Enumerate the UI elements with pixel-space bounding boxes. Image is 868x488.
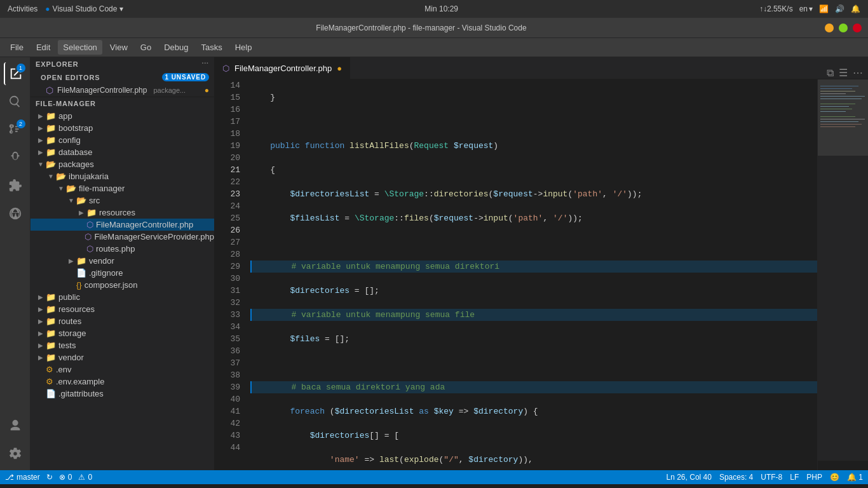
open-editors-header[interactable]: OPEN EDITORS 1 UNSAVED [31, 71, 214, 84]
tree-item-storage[interactable]: ▶ 📁 storage [31, 327, 214, 339]
split-editor-icon[interactable]: ⧉ [827, 67, 834, 79]
tree-item-vendor[interactable]: ▶ 📁 vendor [31, 351, 214, 363]
volume-icon[interactable]: 🔊 [835, 4, 844, 13]
icon-env-example: ⚙ [46, 377, 53, 386]
open-editors-label: OPEN EDITORS [41, 74, 100, 81]
tree-item-filemanagerserviceprovider[interactable]: ▶ ⬡ FileManagerServiceProvider.php [31, 231, 214, 243]
tree-item-routes-php[interactable]: ▶ ⬡ routes.php [31, 243, 214, 255]
tree-item-gitattributes[interactable]: ▶ 📄 .gitattributes [31, 388, 214, 400]
menu-edit[interactable]: Edit [31, 40, 55, 55]
tree-item-resources[interactable]: ▶ 📁 resources [31, 303, 214, 315]
tree-item-resources-inner[interactable]: ▶ 📁 resources [31, 207, 214, 219]
toggle-sidebar-icon[interactable]: ☰ [839, 67, 848, 79]
warning-icon: ⚠ [78, 473, 85, 482]
tab-modified-dot: ● [337, 64, 342, 73]
ln-38: 38 [215, 369, 240, 381]
activity-settings[interactable] [4, 442, 27, 465]
tree-item-bootstrap[interactable]: ▶ 📁 bootstrap [31, 122, 214, 134]
language-selector[interactable]: en ▾ [799, 4, 813, 13]
menu-view[interactable]: View [105, 40, 133, 55]
system-time: Min 10:29 [424, 4, 458, 13]
activity-debug[interactable] [4, 146, 27, 169]
errors-count[interactable]: ⊗ 0 [59, 473, 72, 482]
file-manager-header[interactable]: FILE-MANAGER [31, 97, 214, 110]
ln-17: 17 [215, 116, 240, 128]
code-line-21: # variable untuk menampung semua direkto… [250, 261, 817, 273]
explorer-header[interactable]: EXPLORER ⋯ [31, 57, 214, 71]
code-line-17: { [250, 164, 817, 176]
open-editor-path: package... [153, 86, 186, 94]
code-line-25 [250, 357, 817, 369]
menu-help[interactable]: Help [230, 40, 257, 55]
activity-source-control[interactable]: 2 [4, 118, 27, 141]
arrow-packages: ▼ [36, 161, 46, 168]
language-mode[interactable]: PHP [806, 473, 822, 482]
ln-44: 44 [215, 442, 240, 454]
tree-label-tests: tests [58, 341, 76, 350]
ln-25: 25 [215, 212, 240, 224]
line-ending[interactable]: LF [790, 473, 799, 482]
warnings-count[interactable]: ⚠ 0 [78, 473, 92, 482]
code-line-24: $files = []; [250, 333, 817, 345]
indentation[interactable]: Spaces: 4 [719, 473, 753, 482]
tab-filemanagercontroller[interactable]: ⬡ FileManagerController.php ● [215, 57, 350, 79]
tree-item-public[interactable]: ▶ 📁 public [31, 291, 214, 303]
ln-26: 26 [215, 224, 240, 236]
ln-35: 35 [215, 333, 240, 345]
menu-bar: File Edit Selection View Go Debug Tasks … [0, 38, 868, 57]
tree-item-routes[interactable]: ▶ 📁 routes [31, 315, 214, 327]
minimize-button[interactable] [825, 24, 834, 32]
tree-item-gitignore-inner[interactable]: ▶ 📄 .gitignore [31, 267, 214, 279]
menu-debug[interactable]: Debug [159, 40, 193, 55]
activity-remote[interactable] [4, 202, 27, 225]
menu-file[interactable]: File [5, 40, 29, 55]
tree-item-config[interactable]: ▶ 📁 config [31, 134, 214, 146]
tree-label-config: config [58, 135, 81, 145]
activity-account[interactable] [4, 414, 27, 437]
code-line-22: $directories = []; [250, 285, 817, 297]
tree-item-database[interactable]: ▶ 📁 database [31, 146, 214, 158]
tree-item-vendor-inner[interactable]: ▶ 📁 vendor [31, 255, 214, 267]
git-branch[interactable]: ⎇ master [5, 473, 40, 482]
activity-extensions[interactable] [4, 174, 27, 197]
vscode-app-label[interactable]: ● Visual Studio Code ▾ [45, 4, 123, 13]
tree-item-composer-json[interactable]: ▶ {} composer.json [31, 279, 214, 291]
system-bar-left: Activities ● Visual Studio Code ▾ [8, 4, 123, 13]
more-actions-icon[interactable]: ⋯ [853, 67, 863, 79]
menu-selection[interactable]: Selection [58, 40, 102, 55]
emoji-status[interactable]: 😊 [830, 473, 839, 482]
folder-icon-vendor: 📁 [46, 353, 56, 362]
tree-item-file-manager[interactable]: ▼ 📂 file-manager [31, 182, 214, 194]
tree-item-ibnujakaria[interactable]: ▼ 📂 ibnujakaria [31, 170, 214, 182]
git-sync[interactable]: ↻ [46, 473, 53, 482]
tree-item-env-example[interactable]: ▶ ⚙ .env.example [31, 376, 214, 388]
activity-explorer[interactable]: 1 [4, 62, 27, 85]
notification-icon[interactable]: 🔔 [851, 4, 860, 13]
tree-label-gitattributes: .gitattributes [58, 389, 104, 398]
wifi-icon[interactable]: 📶 [819, 4, 829, 13]
open-editor-filemanager[interactable]: ⬡ FileManagerController.php package... ● [31, 84, 214, 97]
tree-item-env[interactable]: ▶ ⚙ .env [31, 363, 214, 376]
tree-item-filemanagercontroller[interactable]: ▶ ⬡ FileManagerController.php [31, 219, 214, 231]
code-content[interactable]: } public function listAllFiles(Request $… [245, 79, 817, 470]
tree-item-packages[interactable]: ▼ 📂 packages [31, 158, 214, 170]
tab-php-icon: ⬡ [222, 64, 229, 73]
encoding[interactable]: UTF-8 [761, 473, 782, 482]
activity-search[interactable] [4, 90, 27, 113]
tree-item-app[interactable]: ▶ 📁 app [31, 110, 214, 122]
maximize-button[interactable] [839, 24, 848, 32]
ln-29: 29 [215, 261, 240, 273]
menu-tasks[interactable]: Tasks [196, 40, 227, 55]
close-button[interactable] [853, 24, 862, 32]
folder-icon-database: 📁 [46, 147, 56, 157]
activities-label[interactable]: Activities [8, 4, 37, 13]
git-branch-name: master [17, 473, 40, 482]
activity-bar: 1 2 [0, 57, 31, 470]
arrow-routes: ▶ [36, 318, 46, 325]
notification-status[interactable]: 🔔 1 [847, 473, 863, 482]
tree-item-src[interactable]: ▼ 📂 src [31, 194, 214, 207]
code-line-15 [250, 116, 817, 128]
cursor-position[interactable]: Ln 26, Col 40 [667, 473, 712, 482]
tree-item-tests[interactable]: ▶ 📁 tests [31, 339, 214, 351]
menu-go[interactable]: Go [135, 40, 156, 55]
